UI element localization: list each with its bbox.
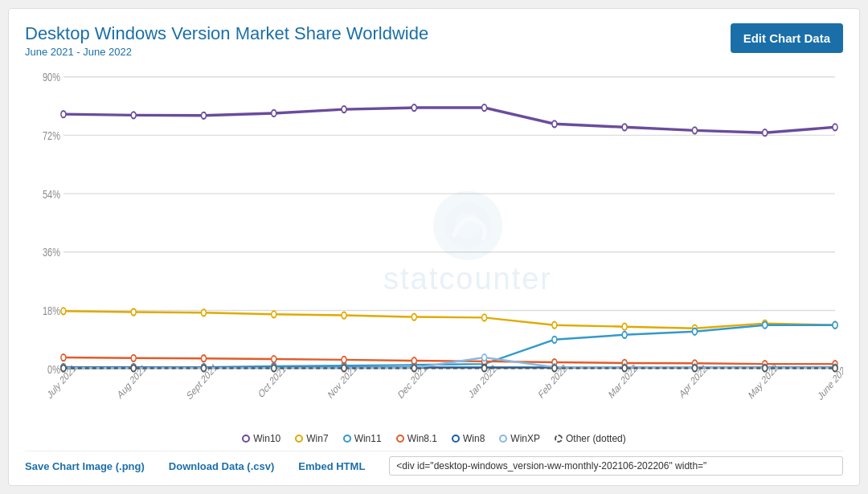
- svg-point-43: [342, 312, 346, 319]
- svg-point-67: [342, 357, 346, 363]
- svg-point-33: [482, 104, 487, 111]
- svg-text:18%: 18%: [43, 304, 60, 318]
- svg-point-42: [272, 312, 276, 318]
- legend-item: Win8.1: [396, 433, 437, 444]
- svg-text:0%: 0%: [47, 362, 60, 376]
- legend-item: Win7: [295, 433, 328, 444]
- download-data-link[interactable]: Download Data (.csv): [169, 460, 274, 472]
- svg-point-45: [482, 315, 487, 321]
- legend-label: Win7: [306, 433, 328, 444]
- legend-dot-icon: [555, 435, 563, 443]
- edit-chart-data-button[interactable]: Edit Chart Data: [731, 23, 843, 53]
- svg-point-65: [201, 356, 206, 362]
- chart-area: statcounter 0%18%36%54%72%90%July 2021Au…: [25, 66, 843, 430]
- svg-point-64: [131, 355, 136, 361]
- legend-dot-icon: [396, 435, 404, 443]
- legend-item: WinXP: [499, 433, 540, 444]
- embed-code-input[interactable]: [389, 456, 843, 476]
- svg-point-34: [552, 121, 557, 128]
- legend-dot-icon: [499, 435, 507, 443]
- line-chart: 0%18%36%54%72%90%July 2021Aug 2021Sept 2…: [25, 66, 843, 430]
- svg-point-105: [482, 365, 487, 372]
- svg-point-40: [131, 309, 136, 316]
- legend-label: Win8: [463, 433, 485, 444]
- svg-point-101: [201, 365, 206, 372]
- svg-point-38: [833, 125, 837, 131]
- svg-point-41: [201, 310, 206, 316]
- svg-point-107: [622, 365, 627, 372]
- main-card: Desktop Windows Version Market Share Wor…: [8, 8, 860, 486]
- svg-point-99: [61, 365, 66, 372]
- legend-dot-icon: [295, 435, 303, 443]
- legend-dot-icon: [343, 435, 351, 443]
- legend-dot-icon: [242, 435, 250, 443]
- embed-html-link[interactable]: Embed HTML: [298, 460, 365, 472]
- svg-point-66: [272, 356, 276, 362]
- legend-item: Other (dotted): [555, 433, 626, 444]
- chart-header: Desktop Windows Version Market Share Wor…: [25, 23, 843, 58]
- svg-point-31: [342, 106, 346, 112]
- svg-point-62: [833, 322, 837, 329]
- chart-title: Desktop Windows Version Market Share Wor…: [25, 23, 428, 44]
- svg-point-44: [411, 314, 416, 320]
- svg-point-47: [622, 324, 627, 330]
- svg-text:72%: 72%: [43, 129, 60, 143]
- chart-legend: Win10Win7Win11Win8.1Win8WinXPOther (dott…: [25, 433, 843, 444]
- svg-point-30: [272, 110, 276, 116]
- chart-subtitle: June 2021 - June 2022: [25, 46, 428, 58]
- save-chart-link[interactable]: Save Chart Image (.png): [25, 460, 145, 472]
- svg-point-37: [763, 129, 768, 136]
- svg-text:June 2022: June 2022: [816, 360, 843, 403]
- svg-text:36%: 36%: [43, 246, 60, 259]
- svg-point-32: [411, 104, 416, 111]
- svg-text:54%: 54%: [43, 187, 60, 201]
- svg-point-63: [61, 354, 66, 361]
- svg-point-100: [131, 365, 136, 372]
- svg-point-93: [482, 354, 487, 361]
- svg-point-110: [833, 365, 837, 372]
- chart-footer: Save Chart Image (.png) Download Data (.…: [25, 451, 843, 476]
- title-block: Desktop Windows Version Market Share Wor…: [25, 23, 428, 58]
- legend-item: Win11: [343, 433, 382, 444]
- legend-item: Win10: [242, 433, 280, 444]
- svg-point-27: [61, 111, 66, 117]
- svg-point-104: [411, 365, 416, 372]
- svg-point-36: [692, 128, 697, 134]
- svg-point-29: [201, 112, 206, 119]
- svg-point-108: [692, 365, 697, 372]
- legend-label: Other (dotted): [566, 433, 626, 444]
- svg-point-35: [622, 125, 627, 131]
- legend-label: Win8.1: [407, 433, 437, 444]
- svg-point-61: [763, 322, 768, 329]
- legend-label: Win11: [354, 433, 382, 444]
- svg-point-39: [61, 308, 66, 315]
- svg-point-106: [552, 365, 557, 372]
- svg-point-60: [692, 329, 697, 335]
- svg-point-103: [342, 365, 346, 372]
- legend-item: Win8: [452, 433, 485, 444]
- svg-point-102: [272, 365, 276, 372]
- svg-point-28: [131, 112, 136, 119]
- svg-point-46: [552, 322, 557, 329]
- svg-point-58: [552, 337, 557, 343]
- svg-point-59: [622, 332, 627, 338]
- legend-label: WinXP: [510, 433, 540, 444]
- svg-point-68: [411, 357, 416, 364]
- legend-dot-icon: [452, 435, 460, 443]
- svg-text:90%: 90%: [43, 71, 60, 84]
- legend-label: Win10: [253, 433, 280, 444]
- svg-point-109: [763, 365, 768, 372]
